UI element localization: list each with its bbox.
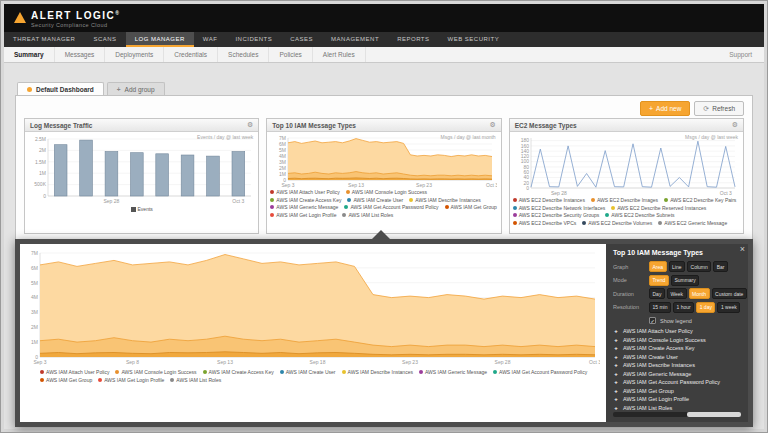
nav-item-threat-manager[interactable]: THREAT MANAGER [4,32,84,47]
add-new-button[interactable]: + Add new [640,101,690,116]
gear-icon[interactable]: ⚙ [489,121,495,129]
legend-dot-icon [419,370,423,374]
tab-default-dashboard[interactable]: Default Dashboard [17,82,104,96]
close-icon[interactable]: × [740,245,745,254]
refresh-button[interactable]: ⟳ Refresh [694,101,744,116]
iam-legend: AWS IAM Attach User PolicyAWS IAM Consol… [270,189,497,218]
series-label: AWS IAM Describe Instances [623,362,695,369]
nav-item-scans[interactable]: SCANS [84,32,125,47]
legend-item-aws-ec2-describe-network-interfaces: AWS EC2 Describe Network Interfaces [513,205,606,212]
legend-dot-icon [409,198,413,202]
svg-text:160: 160 [520,143,529,149]
legend-label: AWS IAM Generic Message [276,204,338,211]
nav-item-cases[interactable]: CASES [281,32,322,47]
subnav-item-summary[interactable]: Summary [4,47,55,62]
ec2-line-chart[interactable]: 020406080100120140160180Sep 28Oct 3 [513,133,740,197]
series-item-aws-iam-create-access-key[interactable]: +AWS IAM Create Access Key [613,344,741,353]
dashboard-dot-icon [27,87,32,92]
nav-item-web-security[interactable]: WEB SECURITY [439,32,509,47]
legend-label: AWS IAM Get Login Profile [276,212,336,219]
iam-detail-area-chart[interactable]: 01M2M3M4M5M6M7MSep 3Sep 8Sep 13Sep 18Sep… [22,248,600,366]
registered-mark: ® [115,10,119,16]
legend-item-aws-iam-get-group: AWS IAM Get Group [40,377,92,384]
series-item-aws-iam-get-group[interactable]: +AWS IAM Get Group [613,387,741,396]
svg-text:6M: 6M [31,265,38,271]
subnav-item-alert-rules[interactable]: Alert Rules [313,47,366,62]
series-item-aws-iam-describe-instances[interactable]: +AWS IAM Describe Instances [613,361,741,370]
legend-item-aws-iam-attach-user-policy: AWS IAM Attach User Policy [40,369,109,376]
graph-line-button[interactable]: Line [669,261,685,272]
duration-custom-date-button[interactable]: Custom date [712,288,747,299]
legend-dot-icon [513,221,517,225]
show-legend-label: Show legend [660,318,692,324]
legend-item-aws-iam-get-account-password-policy: AWS IAM Get Account Password Policy [344,204,438,211]
gear-icon[interactable]: ⚙ [732,121,738,129]
panel-title: EC2 Message Types [515,122,577,129]
graph-column-button[interactable]: Column [687,261,711,272]
svg-text:Sep 3: Sep 3 [282,182,295,188]
series-item-aws-iam-attach-user-policy[interactable]: +AWS IAM Attach User Policy [613,327,741,336]
series-item-aws-iam-list-roles[interactable]: +AWS IAM List Roles [613,404,741,411]
legend-item-aws-ec2-describe-vpcs: AWS EC2 Describe VPCs [513,220,577,227]
nav-item-waf[interactable]: WAF [194,32,227,47]
legend-label: AWS EC2 Describe Instances [519,197,585,204]
chart-unit-label: Msgs / day @ last month [441,134,496,140]
iam-area-chart[interactable]: 01M2M3M4M5M6M7MSep 3Sep 13Sep 23Oct 3 [270,133,497,189]
legend-dot-icon [513,213,517,217]
mode-summary-button[interactable]: Summary [671,275,699,286]
svg-text:2M: 2M [31,324,38,330]
duration-week-button[interactable]: Week [667,288,687,299]
legend-label: AWS IAM Get Group [46,377,92,384]
graph-bar-button[interactable]: Bar [713,261,728,272]
legend-label: AWS IAM Generic Message [425,369,487,376]
subnav-item-credentials[interactable]: Credentials [164,47,218,62]
subnav-item-schedules[interactable]: Schedules [218,47,269,62]
svg-text:4M: 4M [279,153,286,159]
series-item-aws-iam-get-login-profile[interactable]: +AWS IAM Get Login Profile [613,395,741,404]
resolution-15-min-button[interactable]: 15 min [649,302,671,313]
nav-item-incidents[interactable]: INCIDENTS [226,32,281,47]
chart-settings-sidebar: × Top 10 IAM Message Types GraphAreaLine… [606,244,748,422]
series-item-aws-iam-get-account-password-policy[interactable]: +AWS IAM Get Account Password Policy [613,378,741,387]
popup-title: Top 10 IAM Message Types [613,249,741,256]
tab-add-group[interactable]: + Add group [107,82,165,96]
log-traffic-bar-chart[interactable]: 0500K1M1.5M2M2.5MSep 28Oct 3 [28,133,255,205]
resolution-1-hour-button[interactable]: 1 hour [673,302,694,313]
duration-day-button[interactable]: Day [649,288,665,299]
svg-text:60: 60 [523,169,529,175]
subnav-item-policies[interactable]: Policies [269,47,312,62]
nav-item-reports[interactable]: REPORTS [388,32,438,47]
graph-area-button[interactable]: Area [649,261,667,272]
plus-icon: + [613,354,619,361]
legend-label: AWS IAM Describe Instances [415,197,480,204]
legend-item-aws-iam-generic-message: AWS IAM Generic Message [270,204,338,211]
svg-text:5M: 5M [31,280,38,286]
mode-trend-button[interactable]: Trend [649,275,669,286]
gear-icon[interactable]: ⚙ [247,121,253,129]
nav-item-log-manager[interactable]: LOG MANAGER [126,32,194,47]
duration-month-button[interactable]: Month [689,288,710,299]
series-item-aws-iam-console-login-success[interactable]: +AWS IAM Console Login Success [613,336,741,345]
resolution-1-day-button[interactable]: 1 day [696,302,715,313]
series-item-aws-iam-generic-message[interactable]: +AWS IAM Generic Message [613,370,741,379]
scrollbar-thumb[interactable] [687,412,741,417]
svg-text:6M: 6M [279,141,286,147]
legend-dot-icon [40,370,44,374]
chart-detail-popup: 01M2M3M4M5M6M7MSep 3Sep 8Sep 13Sep 18Sep… [15,239,753,427]
legend-label: AWS IAM Attach User Policy [46,369,109,376]
sidebar-scrollbar[interactable] [613,412,741,417]
subnav-item-messages[interactable]: Messages [55,47,106,62]
dashboard-actions: + Add new ⟳ Refresh [640,101,744,116]
svg-text:Sep 28: Sep 28 [104,198,120,204]
subnav-item-deployments[interactable]: Deployments [105,47,164,62]
alert-logic-logo: ALERT LOGIC® Security Compliance Cloud [14,8,119,27]
nav-item-management[interactable]: MANAGEMENT [322,32,388,47]
support-link[interactable]: Support [717,47,764,62]
plus-icon: + [613,328,619,335]
svg-text:40: 40 [523,174,529,180]
svg-text:Sep 13: Sep 13 [217,359,233,365]
resolution-1-week-button[interactable]: 1 week [717,302,740,313]
series-item-aws-iam-create-user[interactable]: +AWS IAM Create User [613,353,741,362]
svg-text:Sep 23: Sep 23 [402,359,418,365]
show-legend-checkbox[interactable]: ✓ [649,317,656,324]
